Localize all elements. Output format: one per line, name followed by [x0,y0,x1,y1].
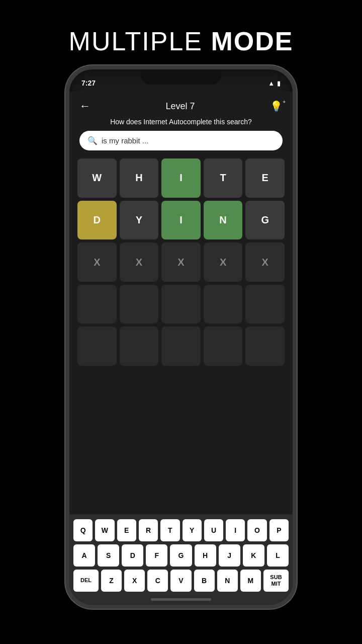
hint-button[interactable]: 💡+ [270,100,283,112]
key-i[interactable]: I [226,519,245,541]
keyboard-row-0: QWERTYUIOP [73,519,289,541]
key-k[interactable]: K [243,544,264,567]
key-q[interactable]: Q [73,519,93,541]
search-icon: 🔍 [87,136,98,145]
grid-cell-0-1[interactable]: H [120,158,159,198]
grid-cell-4-0[interactable] [77,327,117,366]
grid-cell-3-3[interactable] [204,285,243,324]
back-button[interactable]: ← [79,100,90,113]
search-query: is my rabbit ... [102,136,148,145]
grid-cell-2-3[interactable]: X [204,243,243,282]
key-f[interactable]: F [146,544,167,567]
key-a[interactable]: A [73,544,95,567]
key-del[interactable]: DEL [73,570,99,592]
notch [141,69,221,85]
grid-cell-3-1[interactable] [120,285,159,324]
grid-cell-4-4[interactable] [245,327,285,366]
keyboard: QWERTYUIOPASDFGHJKLDELZXCVBNMSUBMIT [69,514,293,605]
header: ← Level 7 💡+ [69,92,293,118]
keyboard-row-2: DELZXCVBNMSUBMIT [73,570,289,592]
letter-grid: WHITEDYINGXXXXX [69,158,293,366]
key-r[interactable]: R [139,519,158,541]
status-icons: ▲ ▮ [268,79,281,87]
grid-cell-1-3[interactable]: N [204,201,243,240]
grid-cell-1-0[interactable]: D [77,201,117,240]
grid-cell-0-2[interactable]: I [161,158,201,198]
key-submit[interactable]: SUBMIT [263,570,289,592]
grid-cell-2-4[interactable]: X [245,243,285,282]
key-c[interactable]: C [147,570,168,592]
key-g[interactable]: G [170,544,192,567]
key-h[interactable]: H [195,544,216,567]
screen: ← Level 7 💡+ How does Internet Autocompl… [69,92,293,605]
grid-cell-1-2[interactable]: I [161,201,201,240]
phone-frame: 7:27 ▲ ▮ ← Level 7 💡+ How does Internet … [65,65,297,609]
home-indicator [151,598,211,601]
key-y[interactable]: Y [183,519,202,541]
key-d[interactable]: D [122,544,143,567]
grid-cell-3-2[interactable] [161,285,201,324]
page-title: MULTIPLE MODE [69,26,294,56]
status-time: 7:27 [81,79,96,87]
grid-cell-1-4[interactable]: G [245,201,285,240]
key-t[interactable]: T [160,519,179,541]
hint-plus: + [283,99,286,105]
grid-cell-4-3[interactable] [204,327,243,366]
key-v[interactable]: V [170,570,191,592]
key-w[interactable]: W [95,519,114,541]
key-u[interactable]: U [204,519,223,541]
key-o[interactable]: O [247,519,266,541]
wifi-icon: ▲ [268,79,275,87]
grid-cell-3-0[interactable] [77,285,117,324]
key-j[interactable]: J [219,544,240,567]
key-s[interactable]: S [98,544,119,567]
keyboard-row-1: ASDFGHJKL [73,544,289,567]
key-n[interactable]: N [217,570,238,592]
title-bold: MODE [211,27,293,56]
grid-cell-0-0[interactable]: W [77,158,117,198]
grid-cell-0-3[interactable]: T [204,158,243,198]
key-e[interactable]: E [117,519,136,541]
grid-cell-3-4[interactable] [245,285,285,324]
grid-cell-0-4[interactable]: E [245,158,285,198]
search-bar: 🔍 is my rabbit ... [79,131,283,150]
key-z[interactable]: Z [101,570,122,592]
key-p[interactable]: P [269,519,289,541]
key-x[interactable]: X [124,570,145,592]
grid-cell-4-1[interactable] [120,327,159,366]
grid-cell-1-1[interactable]: Y [120,201,159,240]
key-b[interactable]: B [194,570,215,592]
grid-cell-2-2[interactable]: X [161,243,201,282]
question-text: How does Internet Autocomplete this sear… [69,118,293,131]
battery-icon: ▮ [277,79,281,87]
title-normal: MULTIPLE [69,27,211,56]
level-title: Level 7 [165,101,195,112]
grid-cell-2-1[interactable]: X [120,243,159,282]
grid-cell-4-2[interactable] [161,327,201,366]
key-m[interactable]: M [240,570,261,592]
hint-icon: 💡 [270,101,283,112]
grid-cell-2-0[interactable]: X [77,243,117,282]
key-l[interactable]: L [267,544,289,567]
